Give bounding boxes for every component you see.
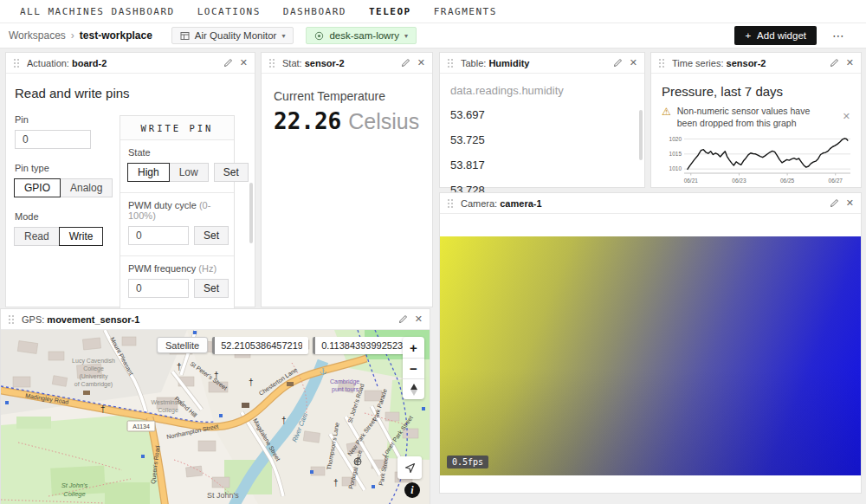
widget-gps: GPS: movement_sensor-1 ✕ bbox=[0, 308, 430, 504]
table-row: 53.697 bbox=[450, 102, 634, 127]
museum-icon bbox=[242, 403, 249, 408]
close-widget-icon[interactable]: ✕ bbox=[846, 57, 854, 68]
mode-toggle: Read Write bbox=[15, 227, 103, 246]
widget-type-label: Table: bbox=[461, 58, 486, 68]
map-canvas: A1134 † † † † † † bbox=[1, 330, 430, 504]
compass-button[interactable] bbox=[403, 378, 424, 399]
pin-type-gpio-button[interactable]: GPIO bbox=[14, 178, 61, 197]
pwm-duty-label: PWM duty cycle bbox=[128, 200, 197, 210]
set-state-button[interactable]: Set bbox=[214, 163, 249, 182]
more-menu-icon[interactable]: ⋯ bbox=[832, 29, 845, 42]
edit-widget-icon[interactable] bbox=[401, 58, 410, 68]
widget-type-label: Time series: bbox=[672, 58, 724, 68]
top-nav: ALL MACHINES DASHBOARD LOCATIONS DASHBOA… bbox=[0, 0, 866, 23]
pin-input[interactable] bbox=[15, 130, 91, 149]
add-widget-button[interactable]: + Add widget bbox=[734, 26, 817, 45]
longitude-input[interactable] bbox=[315, 340, 409, 351]
widget-type-label: Actuation: bbox=[27, 58, 69, 68]
widget-grid: Actuation: board-2 ✕ Read and write pins… bbox=[0, 48, 866, 504]
stat-value: 22.26 bbox=[274, 108, 341, 134]
zoom-in-button[interactable]: + bbox=[403, 337, 424, 358]
pwm-frequency-unit: (Hz) bbox=[198, 263, 216, 274]
mode-write-button[interactable]: Write bbox=[59, 227, 104, 246]
teleop-dashboard: ALL MACHINES DASHBOARD LOCATIONS DASHBOA… bbox=[0, 0, 866, 504]
zoom-out-button[interactable]: − bbox=[403, 358, 424, 378]
svg-text:1020: 1020 bbox=[669, 136, 682, 142]
close-widget-icon[interactable]: ✕ bbox=[630, 57, 637, 68]
edit-widget-icon[interactable] bbox=[223, 58, 233, 68]
nav-dashboard[interactable]: DASHBOARD bbox=[272, 6, 358, 17]
pwm-frequency-input[interactable] bbox=[128, 279, 189, 298]
locate-button[interactable] bbox=[397, 456, 422, 479]
timeseries-warning: ⚠ Non-numeric sensor values have been dr… bbox=[662, 106, 850, 129]
widget-type-label: Stat: bbox=[282, 58, 302, 68]
table-row: 53.817 bbox=[450, 152, 634, 178]
route-shield: A1134 bbox=[127, 421, 155, 431]
gps-map[interactable]: A1134 † † † † † † bbox=[1, 330, 430, 504]
library-icon bbox=[287, 382, 294, 386]
close-widget-icon[interactable]: ✕ bbox=[846, 197, 854, 209]
pwm-frequency-label: PWM frequency bbox=[128, 263, 196, 274]
drag-handle-icon[interactable] bbox=[447, 58, 454, 68]
edit-widget-icon[interactable] bbox=[830, 58, 839, 68]
state-low-button[interactable]: Low bbox=[169, 163, 209, 182]
close-widget-icon[interactable]: ✕ bbox=[240, 57, 248, 68]
svg-text:punt tours: punt tours bbox=[332, 386, 359, 393]
widget-resource-name: board-2 bbox=[72, 58, 107, 68]
widget-type-label: GPS: bbox=[22, 314, 44, 325]
write-pin-title: WRITE PIN bbox=[120, 116, 234, 140]
pin-type-analog-button[interactable]: Analog bbox=[60, 178, 113, 197]
close-widget-icon[interactable]: ✕ bbox=[415, 313, 423, 325]
svg-text:06/21: 06/21 bbox=[684, 178, 699, 184]
widget-resource-name: sensor-2 bbox=[727, 58, 766, 68]
chevron-down-icon: ▾ bbox=[404, 32, 408, 40]
drag-handle-icon[interactable] bbox=[8, 314, 15, 325]
svg-text:06/27: 06/27 bbox=[829, 178, 843, 184]
plus-icon: + bbox=[745, 30, 751, 41]
dismiss-warning-icon[interactable]: ✕ bbox=[843, 106, 850, 122]
warning-icon: ⚠ bbox=[662, 106, 671, 118]
edit-widget-icon[interactable] bbox=[830, 198, 839, 208]
set-pwm-duty-button[interactable]: Set bbox=[194, 226, 229, 245]
satellite-toggle-button[interactable]: Satellite bbox=[157, 337, 208, 353]
longitude-field bbox=[313, 337, 409, 354]
write-pin-panel: WRITE PIN State High Low Set PWM duty cy… bbox=[120, 115, 235, 309]
pin-type-toggle: GPIO Analog bbox=[15, 178, 113, 197]
widget-table: Table: Humidity ✕ data.readings.humidity… bbox=[439, 52, 645, 188]
table-scrollbar[interactable] bbox=[639, 110, 643, 160]
actuation-scrollbar[interactable] bbox=[249, 183, 253, 243]
pwm-duty-input[interactable] bbox=[128, 226, 189, 245]
state-high-button[interactable]: High bbox=[127, 163, 170, 182]
set-pwm-frequency-button[interactable]: Set bbox=[194, 279, 229, 298]
svg-text:of Cambridge): of Cambridge) bbox=[74, 381, 113, 388]
workspace-selector[interactable]: Air Quality Monitor ▾ bbox=[171, 27, 294, 44]
edit-widget-icon[interactable] bbox=[398, 314, 408, 324]
latitude-input[interactable] bbox=[215, 340, 308, 351]
church-icon: † bbox=[100, 404, 106, 414]
machine-selector[interactable]: desk-sam-lowry ▾ bbox=[306, 27, 417, 44]
nav-locations[interactable]: LOCATIONS bbox=[186, 6, 272, 17]
widget-actuation: Actuation: board-2 ✕ Read and write pins… bbox=[5, 52, 255, 307]
widget-stat: Stat: sensor-2 ✕ Current Temperature 22.… bbox=[261, 52, 433, 307]
map-attribution-icon[interactable]: i bbox=[404, 482, 420, 498]
close-widget-icon[interactable]: ✕ bbox=[417, 57, 425, 68]
table-row: 53.725 bbox=[450, 127, 634, 152]
machine-status-icon bbox=[314, 31, 324, 41]
drag-handle-icon[interactable] bbox=[447, 198, 454, 209]
breadcrumb-workspaces[interactable]: Workspaces bbox=[9, 29, 66, 42]
edit-widget-icon[interactable] bbox=[613, 58, 623, 68]
drag-handle-icon[interactable] bbox=[268, 58, 275, 68]
svg-text:1015: 1015 bbox=[669, 151, 682, 157]
library-icon bbox=[83, 391, 90, 395]
state-label: State bbox=[128, 147, 226, 158]
nav-all-machines-dashboard[interactable]: ALL MACHINES DASHBOARD bbox=[9, 6, 186, 17]
fps-badge: 0.5fps bbox=[447, 456, 488, 468]
breadcrumb-separator-icon: › bbox=[71, 29, 74, 42]
timeseries-heading: Pressure, last 7 days bbox=[662, 84, 850, 99]
map-zoom-controls: + − bbox=[403, 337, 424, 399]
nav-teleop[interactable]: TELEOP bbox=[358, 6, 423, 17]
mode-read-button[interactable]: Read bbox=[14, 227, 60, 246]
drag-handle-icon[interactable] bbox=[658, 58, 665, 68]
drag-handle-icon[interactable] bbox=[13, 58, 20, 68]
nav-fragments[interactable]: FRAGMENTS bbox=[423, 6, 508, 17]
